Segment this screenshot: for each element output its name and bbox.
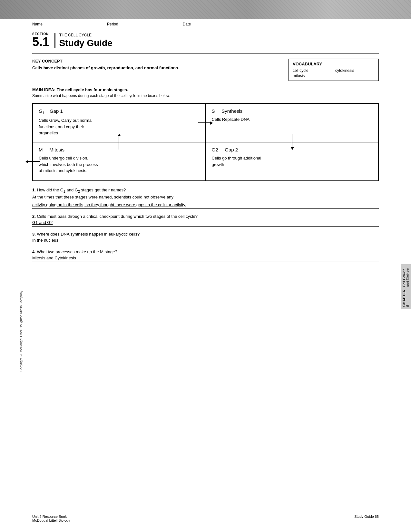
q4-text: What two processes make up the M stage? xyxy=(37,249,117,254)
arrow-g1-to-s xyxy=(198,122,212,123)
q3-answer: In the nucleus. xyxy=(32,238,379,244)
q3-text: Where does DNA synthesis happen in eukar… xyxy=(37,232,140,237)
main-idea-subtitle: Summarize what happens during each stage… xyxy=(32,93,379,98)
q1-number: 1. xyxy=(32,188,37,192)
g1-title: G1 Gap 1 xyxy=(39,108,200,115)
q2-answer: G1 and G2 xyxy=(32,220,379,227)
arrow-s-to-g2 xyxy=(292,134,292,150)
vocab-term-3: mitosis xyxy=(293,73,332,78)
period-label: Period xyxy=(107,22,118,26)
vocabulary-title: VOCABULARY xyxy=(293,62,375,66)
date-label: Date xyxy=(183,22,191,26)
section-header: SECTION 5.1 THE CELL CYCLE Study Guide xyxy=(0,29,411,53)
s-title: S Synthesis xyxy=(212,108,373,114)
vocab-term-2: cytokinesis xyxy=(335,68,375,73)
name-label: Name xyxy=(32,22,43,26)
header-image xyxy=(0,0,411,19)
footer-left-line2: McDougal Littell Biology xyxy=(32,518,70,522)
q4-answer: Mitosis and Cytokinesis xyxy=(32,256,379,262)
section-main-title: Study Guide xyxy=(59,38,113,48)
section-number: 5.1 xyxy=(32,36,49,48)
g1-subscript: 1 xyxy=(43,111,44,115)
cycle-cell-s: S Synthesis Cells Replicate DNA xyxy=(206,103,379,142)
q4-number: 4. xyxy=(32,249,37,254)
m-text: Cells undergo cell division,which involv… xyxy=(39,155,200,174)
key-concept-text: Cells have distinct phases of growth, re… xyxy=(32,65,279,70)
copyright-text: Copyright © McDougal Littell/Houghton Mi… xyxy=(19,290,23,372)
side-label-text: Cell Growth and Division xyxy=(402,267,410,287)
q1-answer2: activity going on in the cells, so they … xyxy=(32,202,379,209)
fields-row: Name Period Date xyxy=(0,19,411,29)
footer-right: Study Guide 65 xyxy=(354,515,379,522)
key-concept-title: KEY CONCEPT xyxy=(32,59,279,63)
vocab-term-1: cell cycle xyxy=(293,68,332,73)
main-idea-title: MAIN IDEA: The cell cycle has four main … xyxy=(32,87,379,92)
main-idea-label: MAIN IDEA: xyxy=(32,87,55,92)
g1-text: Cells Grow, Carry out normalfunctions, a… xyxy=(39,117,200,136)
question-2: 2. Cells must pass through a critical ch… xyxy=(32,214,379,227)
q3-number: 3. xyxy=(32,232,37,237)
question-4: 4. What two processes make up the M stag… xyxy=(32,249,379,262)
vocab-term-4 xyxy=(335,73,375,78)
footer-left: Unit 2 Resource Book McDougal Littell Bi… xyxy=(32,515,70,522)
arrow-m-to-g1 xyxy=(119,134,119,150)
cycle-cell-g1: G1 Gap 1 Cells Grow, Carry out normalfun… xyxy=(33,103,206,142)
q1-answer1: At the times that these stages were name… xyxy=(32,195,379,201)
main-idea-section: MAIN IDEA: The cell cycle has four main … xyxy=(32,87,379,98)
chapter-label: CHAPTER 5 xyxy=(402,290,410,307)
key-concept-block: KEY CONCEPT Cells have distinct phases o… xyxy=(32,59,279,81)
q2-number: 2. xyxy=(32,214,37,219)
question-3: 3. Where does DNA synthesis happen in eu… xyxy=(32,232,379,244)
page-footer: Unit 2 Resource Book McDougal Littell Bi… xyxy=(32,515,379,522)
g2-text: Cells go through additionalgrowth xyxy=(212,155,373,168)
vocabulary-box: VOCABULARY cell cycle cytokinesis mitosi… xyxy=(289,59,379,81)
main-idea-heading: The cell cycle has four main stages. xyxy=(57,87,128,92)
section-subtitle: THE CELL CYCLE xyxy=(59,33,113,37)
vocabulary-terms: cell cycle cytokinesis mitosis xyxy=(293,68,375,78)
cycle-diagram: G1 Gap 1 Cells Grow, Carry out normalfun… xyxy=(32,103,379,181)
side-label: CHAPTER 5 Cell Growth and Division xyxy=(401,264,411,309)
g1-letter: G xyxy=(39,108,43,114)
q1-text: How did the G1 and G2 stages get their n… xyxy=(37,188,126,192)
s-text: Cells Replicate DNA xyxy=(212,116,373,123)
main-content: KEY CONCEPT Cells have distinct phases o… xyxy=(0,59,411,262)
question-1: 1. How did the G1 and G2 stages get thei… xyxy=(32,188,379,209)
arrow-g2-to-m xyxy=(26,161,40,162)
section-title-block: THE CELL CYCLE Study Guide xyxy=(54,33,113,48)
questions-section: 1. How did the G1 and G2 stages get thei… xyxy=(32,188,379,262)
q2-text: Cells must pass through a critical check… xyxy=(37,214,198,219)
concept-vocab-row: KEY CONCEPT Cells have distinct phases o… xyxy=(32,59,379,81)
footer-left-line1: Unit 2 Resource Book xyxy=(32,515,70,518)
